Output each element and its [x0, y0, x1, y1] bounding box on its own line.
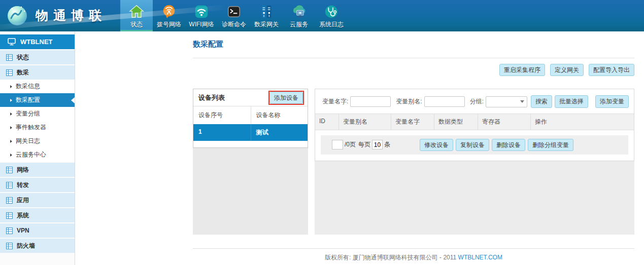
add-device-button[interactable]: 添加设备 — [269, 92, 303, 104]
sidebar-item-forward[interactable]: 转发 — [0, 178, 75, 192]
add-variable-button[interactable]: 添加变量 — [595, 95, 629, 107]
sidebar-item-label: VPN — [17, 227, 29, 234]
home-icon — [129, 4, 144, 19]
wtblnet-link[interactable]: WTBLNET.COM — [458, 254, 502, 261]
caret-right-icon — [10, 99, 12, 102]
sidebar-item-system[interactable]: 系统 — [0, 208, 75, 222]
sidebar-item-label: 状态 — [17, 53, 29, 62]
copy-device-button[interactable]: 复制设备 — [456, 139, 489, 151]
sidebar-subitem-label: 数采配置 — [16, 96, 40, 104]
gateway-icon — [259, 4, 274, 19]
sidebar-subitem-cloud-center[interactable]: 云服务中心 — [0, 148, 75, 162]
device-list-title: 设备列表 — [198, 93, 225, 102]
sidebar-item-label: 数采 — [17, 68, 29, 77]
page-title: 数采配置 — [193, 40, 634, 49]
device-name-column-header: 设备名称 — [251, 106, 308, 124]
app-header: 物通博联 状态 拨号网络 — [0, 0, 644, 31]
system-log-icon — [324, 4, 339, 19]
page-actions: 重启采集程序 定义网关 配置导入导出 — [193, 64, 634, 76]
caret-right-icon — [10, 126, 12, 129]
delete-group-variable-button[interactable]: 删除分组变量 — [528, 139, 573, 151]
sidebar-subitem-label: 云服务中心 — [16, 150, 46, 159]
sidebar-item-label: 网络 — [17, 166, 29, 174]
sidebar-subitem-gateway-log[interactable]: 网关日志 — [0, 134, 75, 148]
sidebar-item-application[interactable]: 应用 — [0, 193, 75, 207]
variables-panel: 变量名字: 变量别名: 分组: 搜索 批量选择 添加变量 — [315, 89, 634, 235]
variable-alias-input[interactable] — [424, 96, 465, 107]
add-device-annotation-box: 添加设备 — [268, 91, 304, 105]
page-number-input[interactable] — [332, 140, 343, 149]
sidebar-item-firewall[interactable]: 防火墙 — [0, 239, 75, 253]
chevron-down-icon — [520, 100, 524, 103]
config-import-export-button[interactable]: 配置导入导出 — [589, 64, 634, 76]
per-page-label: 每页 — [358, 140, 370, 149]
device-seq-column-header: 设备序号 — [193, 106, 251, 124]
per-page-input[interactable] — [372, 140, 383, 149]
unit-label: 条 — [384, 140, 390, 149]
alias-column-header: 变量别名 — [339, 114, 391, 130]
device-action-buttons: 修改设备 复制设备 删除设备 删除分组变量 — [420, 139, 573, 151]
nav-item-diagnostic-command[interactable]: 诊断命令 — [218, 0, 250, 31]
group-select[interactable] — [486, 96, 527, 107]
main-area: 数采配置 重启采集程序 定义网关 配置导入导出 设备列表 添加设备 设备序号 — [75, 31, 644, 265]
nav-label: 系统日志 — [319, 20, 344, 29]
group-label: 分组: — [470, 97, 484, 106]
variable-table-header: ID 变量别名 变量名字 数据类型 寄存器 操作 — [315, 113, 634, 130]
device-list-panel: 设备列表 添加设备 设备序号 设备名称 1 测试 — [193, 89, 308, 235]
sidebar-item-vpn[interactable]: VPN — [0, 223, 75, 238]
sidebar-subitem-label: 事件触发器 — [16, 123, 46, 132]
batch-select-button[interactable]: 批量选择 — [555, 95, 588, 107]
search-button[interactable]: 搜索 — [531, 95, 552, 107]
footer: 版权所有: 厦门物通博联网络科技有限公司 - 2011 WTBLNET.COM — [193, 249, 634, 262]
nav-label: 状态 — [130, 20, 143, 29]
sidebar-device-name: WTBLNET — [20, 38, 53, 46]
define-gateway-button[interactable]: 定义网关 — [550, 64, 584, 76]
page-count-text: /0页 — [345, 140, 356, 149]
device-name-cell: 测试 — [251, 124, 308, 141]
restart-collector-button[interactable]: 重启采集程序 — [499, 64, 545, 76]
sidebar-item-label: 应用 — [17, 196, 29, 205]
variables-card: 变量名字: 变量别名: 分组: 搜索 批量选择 添加变量 — [315, 89, 634, 161]
sidebar-subitem-label: 网关日志 — [16, 137, 40, 145]
register-column-header: 寄存器 — [478, 114, 531, 130]
sidebar-item-status[interactable]: 状态 — [0, 50, 75, 64]
sidebar-subitem-data-info[interactable]: 数采信息 — [0, 80, 75, 93]
sidebar: WTBLNET 状态 数采 数采信息 数采配置 变量分组 事件触发器 网关日志 … — [0, 31, 75, 265]
grid-icon — [6, 182, 13, 188]
name-column-header: 变量名字 — [391, 114, 434, 130]
caret-right-icon — [10, 154, 12, 157]
nav-item-system-log[interactable]: 系统日志 — [315, 0, 348, 31]
operation-column-header: 操作 — [531, 114, 634, 130]
nav-item-wifi-network[interactable]: WIFI网络 — [185, 0, 218, 31]
modify-device-button[interactable]: 修改设备 — [420, 139, 453, 151]
grid-icon — [6, 197, 13, 204]
dial-network-icon — [161, 4, 177, 19]
nav-item-status[interactable]: 状态 — [120, 0, 153, 31]
nav-item-cloud-service[interactable]: 云服务 — [283, 0, 315, 31]
nav-label: 数采网关 — [254, 20, 279, 29]
delete-device-button[interactable]: 删除设备 — [492, 139, 525, 151]
sidebar-subitem-data-config[interactable]: 数采配置 — [0, 93, 75, 107]
sidebar-subitem-variable-group[interactable]: 变量分组 — [0, 107, 75, 121]
cloud-service-icon — [291, 4, 307, 19]
caret-right-icon — [10, 140, 12, 143]
grid-icon — [6, 243, 13, 249]
brand-name: 物通博联 — [36, 7, 107, 24]
device-table-row-selected[interactable]: 1 测试 — [193, 124, 308, 141]
sidebar-item-network[interactable]: 网络 — [0, 163, 75, 177]
nav-item-dial-network[interactable]: 拨号网络 — [153, 0, 185, 31]
sidebar-item-data-acquisition[interactable]: 数采 — [0, 65, 75, 80]
sidebar-subitem-event-trigger[interactable]: 事件触发器 — [0, 121, 75, 134]
variable-name-input[interactable] — [350, 96, 391, 107]
variable-alias-label: 变量别名: — [396, 97, 422, 106]
device-seq-cell: 1 — [193, 124, 251, 141]
nav-label: 云服务 — [290, 20, 308, 29]
device-table-header: 设备序号 设备名称 — [193, 106, 308, 124]
sidebar-item-label: 防火墙 — [17, 242, 35, 250]
nav-item-data-gateway[interactable]: 数采网关 — [250, 0, 283, 31]
nav-label: 诊断命令 — [222, 20, 246, 29]
grid-icon — [6, 212, 13, 219]
grid-icon — [6, 69, 13, 76]
globe-logo-icon — [6, 4, 28, 26]
id-column-header: ID — [315, 114, 339, 130]
